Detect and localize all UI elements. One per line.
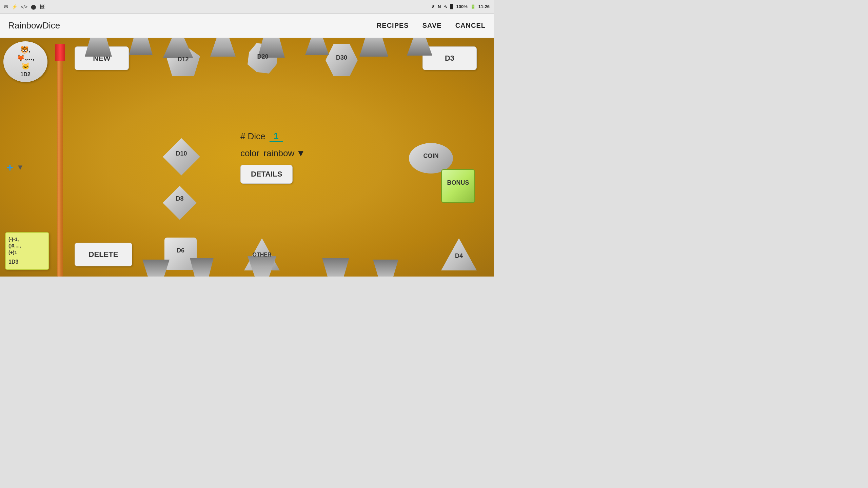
color-dropdown-arrow: ▼ xyxy=(296,148,305,159)
d8-shape xyxy=(163,186,197,220)
add-dice-button[interactable]: + xyxy=(7,162,13,173)
center-panel: # Dice color rainbow ▼ DETAILS xyxy=(240,131,305,184)
image-icon: 🖼 xyxy=(40,4,44,9)
battery-icon: 🔋 xyxy=(470,4,476,9)
dice-count-label: # Dice xyxy=(240,131,265,142)
pencil-staff xyxy=(57,45,63,277)
color-dropdown[interactable]: rainbow ▼ xyxy=(263,148,305,159)
color-row: color rainbow ▼ xyxy=(240,148,305,159)
app-bar: RainbowDice RECIPES SAVE CANCEL xyxy=(0,14,494,38)
d3-shape xyxy=(441,169,475,203)
dropdown-arrow[interactable]: ▼ xyxy=(17,163,24,172)
color-label: color xyxy=(240,148,259,159)
dice-count-row: # Dice xyxy=(240,131,283,142)
yellow-card-label: 1D3 xyxy=(8,258,46,266)
d10-button[interactable]: D10 xyxy=(163,138,200,176)
clock: 11:26 xyxy=(478,4,490,9)
animal-emoji-1: 🐯, xyxy=(20,46,31,54)
status-bar: ✉ ⚡ </> ⬤ 🖼 ✗ N ∿ ▊ 100% 🔋 11:26 xyxy=(0,0,494,14)
d8-button[interactable]: D8 xyxy=(163,186,197,220)
yellow-card-line1: (-)-1, xyxy=(8,236,46,243)
dice-count-input[interactable] xyxy=(270,131,283,142)
animal-emoji-2: 🦊,..., xyxy=(17,54,35,62)
color-value: rainbow xyxy=(263,148,294,159)
d4-shape xyxy=(441,238,477,270)
usb-icon: ⚡ xyxy=(12,4,17,9)
animal-card[interactable]: 🐯, 🦊,..., 🐱 1D2 xyxy=(3,41,47,82)
yellow-card-line3: (+)1 xyxy=(8,249,46,256)
nfc-icon: N xyxy=(438,4,441,9)
main-area: 🐯, 🦊,..., 🐱 1D2 + ▼ (-)-1, ()0,..., (+)1… xyxy=(0,38,494,277)
yellow-card[interactable]: (-)-1, ()0,..., (+)1 1D3 xyxy=(5,232,49,270)
recipes-button[interactable]: RECIPES xyxy=(377,22,409,29)
bluetooth-icon: ✗ xyxy=(431,4,435,9)
bonus-label: D3 xyxy=(445,54,454,63)
d3-button[interactable]: BONUS xyxy=(441,169,475,203)
yellow-card-line2: ()0,..., xyxy=(8,243,46,249)
cancel-button[interactable]: CANCEL xyxy=(455,22,486,29)
d4-button[interactable]: D4 xyxy=(441,238,477,270)
pencil-top xyxy=(55,44,65,61)
animal-emoji-3: 🐱 xyxy=(21,62,30,70)
details-button[interactable]: DETAILS xyxy=(240,165,293,184)
animal-card-label: 1D2 xyxy=(20,72,30,78)
save-button[interactable]: SAVE xyxy=(422,22,442,29)
signal-icon: ▊ xyxy=(450,4,454,9)
d30-shape xyxy=(326,44,358,76)
add-control: + ▼ xyxy=(7,162,24,173)
code-icon: </> xyxy=(21,4,27,9)
battery-percent: 100% xyxy=(456,4,468,9)
circle-icon: ⬤ xyxy=(31,4,36,9)
bonus-button[interactable]: D3 xyxy=(422,46,477,70)
mail-icon: ✉ xyxy=(4,4,8,9)
delete-button[interactable]: DELETE xyxy=(75,243,132,266)
app-title: RainbowDice xyxy=(8,20,60,31)
wifi-icon: ∿ xyxy=(444,4,448,9)
app-actions: RECIPES SAVE CANCEL xyxy=(377,22,486,29)
d30-button[interactable]: D30 xyxy=(326,44,358,76)
d10-shape xyxy=(163,138,200,176)
